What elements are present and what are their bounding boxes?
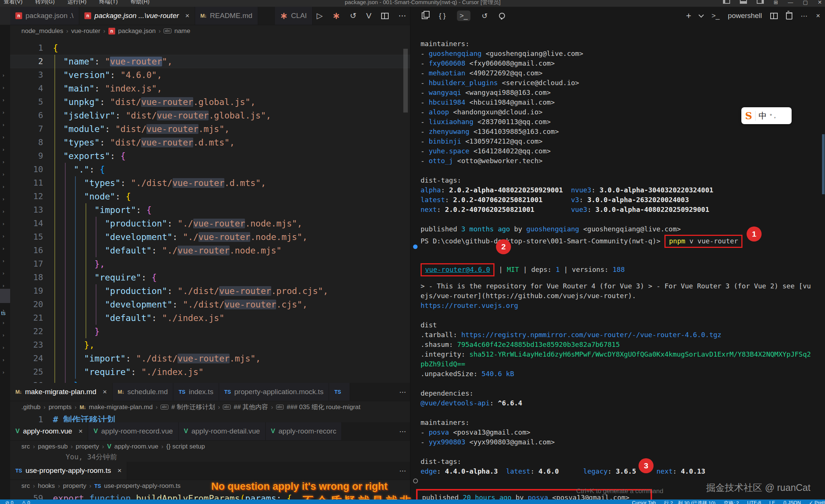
menu-item[interactable]: 运行(R): [68, 0, 87, 6]
tree-chevron-icon[interactable]: ›: [3, 171, 4, 177]
ime-widget[interactable]: S 中 °，: [741, 107, 792, 124]
toggle-panel-icon[interactable]: [740, 0, 747, 4]
tree-chevron-icon[interactable]: ›: [3, 320, 4, 326]
shell-label[interactable]: powershell: [728, 12, 762, 20]
statusbar[interactable]: ⊘ 0⚠ 0 Cursor Tab行 2，列 30 (已选择 10)空格: 2U…: [0, 500, 825, 504]
statusbar-item[interactable]: ✓ Prettier: [809, 500, 825, 504]
toggle-sidebar-icon[interactable]: [723, 0, 730, 4]
tab-package.json-.-[interactable]: npackage.json .\: [10, 7, 79, 25]
statusbar-item[interactable]: {} JSON: [783, 500, 801, 504]
chevron-down-icon[interactable]: [699, 12, 704, 18]
maximize-icon[interactable]: ▢: [803, 0, 808, 7]
split-editor-icon[interactable]: [381, 13, 389, 19]
trash-icon[interactable]: [786, 12, 792, 20]
menu-item[interactable]: 查看(V): [4, 0, 23, 6]
customize-layout-icon[interactable]: ⊞: [774, 0, 778, 7]
statusbar-item[interactable]: 行 2，列 30 (已选择 10): [664, 500, 715, 504]
lightbulb-icon[interactable]: [499, 13, 505, 19]
command-decoration-dot[interactable]: [413, 478, 418, 483]
close-icon[interactable]: ×: [78, 427, 83, 435]
tab-clai[interactable]: ∗CLAI: [275, 7, 313, 25]
tab-use-property-apply-room.ts[interactable]: TSuse-property-apply-room.ts×: [10, 462, 127, 480]
tree-chevron-icon[interactable]: ›: [3, 233, 4, 239]
command-decoration-dot[interactable]: [413, 244, 418, 249]
breadcrumb-item[interactable]: ## 其他内容: [234, 403, 268, 411]
menu-item[interactable]: 转到(G): [35, 0, 55, 6]
close-window-icon[interactable]: ✕: [817, 0, 822, 7]
tree-chevron-icon[interactable]: ›: [3, 246, 4, 251]
breadcrumb-item[interactable]: hooks: [38, 482, 55, 490]
tree-chevron-icon[interactable]: ›: [3, 369, 4, 375]
tree-chevron-icon[interactable]: ›: [3, 147, 4, 152]
tab-schedule.md[interactable]: M↓schedule.md: [113, 383, 173, 401]
tab-property-application.mock.ts[interactable]: TSproperty-application.mock.ts: [219, 383, 329, 401]
close-panel-icon[interactable]: ×: [816, 12, 820, 20]
tree-chevron-icon[interactable]: ›: [3, 357, 4, 363]
more-actions-icon[interactable]: ⋯: [399, 462, 406, 480]
statusbar-item[interactable]: ⚠ 0: [22, 500, 30, 504]
breadcrumb-item[interactable]: package.json: [118, 27, 156, 35]
code-editor-package-json[interactable]: 1{2 "name": "vue-router",3 "version": "4…: [10, 41, 410, 383]
history-icon[interactable]: ↺: [350, 11, 356, 20]
breadcrumb-item[interactable]: use-property-apply-room.ts: [104, 482, 180, 490]
toggle-secondary-sidebar-icon[interactable]: [757, 0, 764, 4]
breadcrumb-item[interactable]: make-migrate-plan.md: [89, 404, 153, 411]
statusbar-item[interactable]: ⊘ 0: [5, 500, 14, 504]
tree-chevron-icon[interactable]: ›: [3, 72, 4, 78]
statusbar-item[interactable]: 空格: 2: [724, 500, 739, 504]
code-editor-markdown[interactable]: 1# 制作迁移计划: [10, 413, 410, 422]
tab-index.ts[interactable]: TSindex.ts: [173, 383, 219, 401]
tab-apply-room-record.vue[interactable]: Vapply-room-record.vue: [88, 422, 178, 440]
statusbar-item[interactable]: Cursor Tab: [632, 500, 656, 504]
close-icon[interactable]: ×: [185, 12, 189, 20]
tab-make-migrate-plan.md[interactable]: M↓make-migrate-plan.md×: [10, 383, 113, 401]
breadcrumb-item[interactable]: pages-sub: [38, 443, 68, 450]
breadcrumb-item[interactable]: property: [76, 443, 99, 450]
breadcrumb-item[interactable]: property: [63, 482, 86, 490]
close-icon[interactable]: ×: [103, 388, 107, 396]
tree-selected-row[interactable]: [0, 289, 10, 303]
breadcrumb[interactable]: src›pages-sub›property›Vapply-room.vue›{…: [10, 441, 410, 452]
breadcrumb-item[interactable]: .github: [21, 404, 41, 411]
tree-chevron-icon[interactable]: ›: [3, 270, 4, 276]
tab-package.json-...-vue-router[interactable]: npackage.json ...\vue-router×: [79, 7, 195, 25]
braces-icon[interactable]: { }: [439, 12, 446, 20]
tab-truncated[interactable]: TS: [329, 383, 350, 401]
breadcrumb-item[interactable]: src: [21, 482, 30, 490]
breadcrumb[interactable]: .github›prompts›M↓make-migrate-plan.md›a…: [10, 401, 410, 413]
tree-chevron-icon[interactable]: ›: [3, 97, 4, 103]
tree-chevron-icon[interactable]: ›: [3, 283, 4, 288]
tree-chevron-icon[interactable]: ›: [3, 134, 4, 140]
tree-chevron-icon[interactable]: ›: [3, 85, 4, 90]
breadcrumb-item[interactable]: prompts: [48, 404, 71, 411]
breadcrumb-item[interactable]: apply-room.vue: [114, 443, 158, 450]
more-icon[interactable]: ⋯: [801, 12, 808, 20]
statusbar-item[interactable]: UTF-8: [747, 500, 761, 504]
breadcrumb-item[interactable]: name: [174, 27, 191, 35]
breadcrumb-item[interactable]: ### 035 细化 route-migrat: [287, 403, 361, 411]
claude-spark-icon[interactable]: ∗: [332, 10, 340, 21]
history-icon[interactable]: ↺: [482, 12, 488, 20]
tab-readme.md[interactable]: M↓README.md: [195, 7, 258, 25]
more-actions-icon[interactable]: ⋯: [399, 422, 406, 440]
breadcrumb-item[interactable]: node_modules: [21, 27, 63, 35]
close-icon[interactable]: ×: [117, 466, 122, 475]
tab-apply-room-recorc[interactable]: Vapply-room-recorc: [266, 422, 342, 440]
breadcrumb-item[interactable]: src: [21, 443, 30, 450]
editor-scrollbar[interactable]: [403, 49, 408, 112]
statusbar-item[interactable]: LF: [769, 500, 775, 504]
split-terminal-icon[interactable]: [770, 13, 778, 19]
tree-chevron-icon[interactable]: ›: [3, 184, 4, 189]
minimize-icon[interactable]: —: [788, 0, 793, 7]
tree-chevron-icon[interactable]: ›: [3, 332, 4, 338]
new-terminal-icon[interactable]: +: [686, 10, 691, 21]
tree-chevron-icon[interactable]: ›: [3, 208, 4, 214]
terminal-icon[interactable]: >_: [457, 10, 470, 21]
tree-chevron-icon[interactable]: ›: [3, 159, 4, 165]
explorer-sliver[interactable]: ››››››››››››››››››››››››ts: [0, 7, 10, 504]
tree-chevron-icon[interactable]: ›: [3, 122, 4, 128]
tree-chevron-icon[interactable]: ›: [3, 110, 4, 115]
breadcrumb-item[interactable]: # 制作迁移计划: [171, 403, 215, 411]
tree-chevron-icon[interactable]: ›: [3, 258, 4, 264]
v-icon[interactable]: V: [366, 11, 371, 20]
